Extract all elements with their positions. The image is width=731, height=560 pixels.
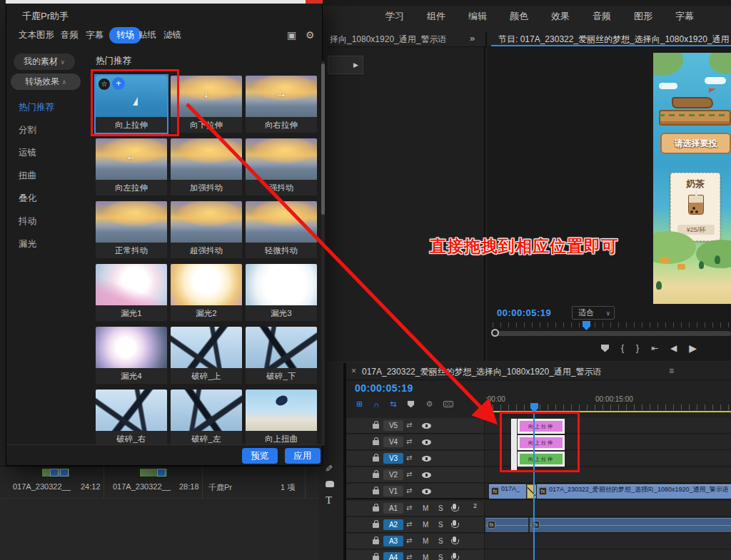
sync-lock-icon[interactable]: ⇄ bbox=[406, 520, 412, 528]
transitions-section-toggle[interactable]: 转场效果 ∧ bbox=[11, 73, 81, 90]
track-label[interactable]: V2 bbox=[383, 469, 403, 480]
transition-item[interactable]: 正常抖动 bbox=[96, 201, 167, 258]
track-label[interactable]: A4 bbox=[383, 552, 403, 560]
transition-item[interactable]: → 向右拉伸 bbox=[246, 76, 317, 133]
mute-button[interactable]: M bbox=[423, 504, 428, 512]
hand-tool-icon[interactable] bbox=[326, 481, 334, 487]
lock-icon[interactable] bbox=[373, 489, 379, 494]
menu-assembly[interactable]: 组件 bbox=[427, 10, 445, 23]
track-label[interactable]: A1 bbox=[383, 503, 403, 514]
plugin-menu-icon[interactable]: ≡ bbox=[62, 10, 67, 20]
sidebar-item-split[interactable]: 分割 bbox=[19, 118, 83, 141]
transition-item[interactable]: 破碎_上 bbox=[171, 327, 242, 384]
favorite-star-icon[interactable]: ☆ bbox=[99, 78, 110, 90]
close-icon[interactable]: × bbox=[351, 366, 356, 376]
eye-icon[interactable] bbox=[422, 489, 431, 494]
transition-item[interactable]: 破碎_下 bbox=[246, 327, 317, 384]
eye-icon[interactable] bbox=[422, 472, 431, 478]
gear-icon[interactable]: ⚙ bbox=[306, 29, 315, 41]
timeline-playhead-line[interactable] bbox=[533, 410, 535, 560]
add-icon[interactable]: + bbox=[112, 77, 125, 90]
lock-icon[interactable] bbox=[373, 473, 379, 478]
type-tool-icon[interactable]: T bbox=[326, 494, 332, 506]
transition-item[interactable]: ↓ 向下拉伸 bbox=[171, 76, 242, 133]
clip-v1-second[interactable]: fx017A_230322_爱丽丝的梦想_选择向_1080x1920_通用_警示… bbox=[537, 484, 731, 499]
transition-item[interactable]: 向上扭曲 bbox=[246, 390, 317, 447]
menu-color[interactable]: 颜色 bbox=[510, 10, 528, 23]
eye-icon[interactable] bbox=[422, 423, 431, 429]
mark-in-icon[interactable]: { bbox=[621, 343, 624, 353]
sync-lock-icon[interactable]: ⇄ bbox=[406, 454, 412, 462]
transition-item[interactable]: 漏光1 bbox=[96, 264, 167, 321]
apply-button[interactable]: 应用 bbox=[285, 448, 321, 464]
project-item-name[interactable]: 017A_230322__ bbox=[13, 482, 71, 491]
wrench-icon[interactable]: ⚙ bbox=[425, 399, 433, 409]
menu-editing[interactable]: 编辑 bbox=[468, 10, 487, 23]
my-assets-dropdown[interactable]: 我的素材 ∨ bbox=[14, 54, 75, 70]
mic-icon[interactable] bbox=[453, 553, 456, 559]
transition-item[interactable]: 漏光2 bbox=[171, 264, 242, 321]
menu-learn[interactable]: 学习 bbox=[385, 10, 404, 23]
captions-icon[interactable]: CC bbox=[443, 401, 453, 407]
menu-audio[interactable]: 音频 bbox=[593, 10, 611, 23]
sidebar-item-hot[interactable]: 热门推荐 bbox=[19, 96, 83, 118]
preview-button[interactable]: 预览 bbox=[242, 448, 278, 464]
nest-toggle-icon[interactable]: ⊞ bbox=[356, 399, 363, 409]
clip-a2-second[interactable]: fx bbox=[530, 518, 731, 532]
transition-item[interactable]: 漏光4 bbox=[96, 327, 167, 384]
transition-item[interactable]: 漏光3 bbox=[246, 264, 317, 321]
sidebar-item-dissolve[interactable]: 叠化 bbox=[19, 187, 83, 210]
menu-effects[interactable]: 效果 bbox=[551, 10, 570, 23]
mute-button[interactable]: M bbox=[423, 521, 428, 529]
milk-tea-card[interactable]: 奶茶 ¥25/杯 bbox=[670, 173, 720, 241]
sequence-tab[interactable]: × 017A_230322_爱丽丝的梦想_选择向_1080x1920_通用_警示… bbox=[346, 363, 731, 380]
collapsed-group-row[interactable]: ▶ bbox=[328, 56, 363, 74]
transition-clip-v3[interactable]: 向上拉伸 bbox=[518, 452, 565, 467]
tab-captions[interactable]: 字幕 bbox=[86, 29, 104, 41]
mic-icon[interactable] bbox=[453, 536, 456, 542]
timeline-timecode[interactable]: 00:00:05:19 bbox=[355, 382, 413, 394]
program-timecode[interactable]: 00:00:05:19 bbox=[497, 307, 551, 318]
tab-stickers[interactable]: 贴纸 bbox=[138, 29, 156, 41]
transition-item[interactable]: 超强抖动 bbox=[171, 201, 242, 258]
plugin-close-button[interactable] bbox=[306, 0, 323, 4]
transition-item[interactable]: 轻微抖动 bbox=[246, 201, 317, 258]
transition-clip-v4[interactable]: 向上拉伸 bbox=[518, 435, 565, 450]
tab-audio[interactable]: 音频 bbox=[61, 29, 79, 41]
track-label[interactable]: V5 bbox=[383, 420, 403, 431]
panel-menu-icon[interactable]: ≡ bbox=[669, 366, 674, 376]
sync-lock-icon[interactable]: ⇄ bbox=[406, 504, 412, 511]
sync-lock-icon[interactable]: ⇄ bbox=[406, 536, 412, 544]
source-panel-tab[interactable]: 择向_1080x1920_通用_警示语 bbox=[330, 34, 446, 46]
sync-lock-icon[interactable]: ⇄ bbox=[406, 470, 412, 478]
sidebar-item-camera[interactable]: 运镜 bbox=[19, 141, 83, 164]
project-item-name[interactable]: 千鹿Pr bbox=[208, 482, 232, 493]
pen-tool-icon[interactable]: ✎ bbox=[323, 464, 334, 472]
monitor-playhead[interactable] bbox=[583, 321, 590, 330]
solo-button[interactable]: S bbox=[438, 554, 443, 560]
mark-out-icon[interactable]: } bbox=[636, 343, 639, 353]
sync-lock-icon[interactable]: ⇄ bbox=[406, 487, 412, 494]
mute-button[interactable]: M bbox=[423, 554, 428, 560]
clip-v1-first[interactable]: fx017A_ bbox=[489, 484, 526, 499]
monitor-scrollbar[interactable] bbox=[493, 331, 731, 336]
track-label[interactable]: A2 bbox=[383, 519, 403, 530]
project-item-name[interactable]: 017A_230322__ bbox=[113, 482, 171, 491]
lock-icon[interactable] bbox=[373, 457, 379, 462]
marker-icon[interactable] bbox=[408, 401, 415, 408]
menu-graphics[interactable]: 图形 bbox=[634, 10, 652, 23]
solo-button[interactable]: S bbox=[438, 504, 443, 512]
sync-lock-icon[interactable]: ⇄ bbox=[406, 437, 412, 445]
track-label[interactable]: A3 bbox=[383, 536, 403, 546]
transition-item[interactable]: 强抖动 bbox=[246, 138, 317, 195]
transition-item[interactable]: ☆ + 向上拉伸 bbox=[96, 76, 167, 133]
track-label[interactable]: V3 bbox=[383, 453, 403, 464]
lock-icon[interactable] bbox=[373, 556, 379, 560]
transition-item[interactable]: 加强抖动 bbox=[171, 138, 242, 195]
track-label[interactable]: V1 bbox=[383, 486, 403, 497]
lock-icon[interactable] bbox=[373, 506, 379, 511]
solo-button[interactable]: S bbox=[438, 537, 443, 545]
grid-scrollbar[interactable] bbox=[321, 61, 325, 446]
sidebar-item-shake[interactable]: 抖动 bbox=[19, 210, 83, 233]
mute-button[interactable]: M bbox=[423, 537, 428, 545]
